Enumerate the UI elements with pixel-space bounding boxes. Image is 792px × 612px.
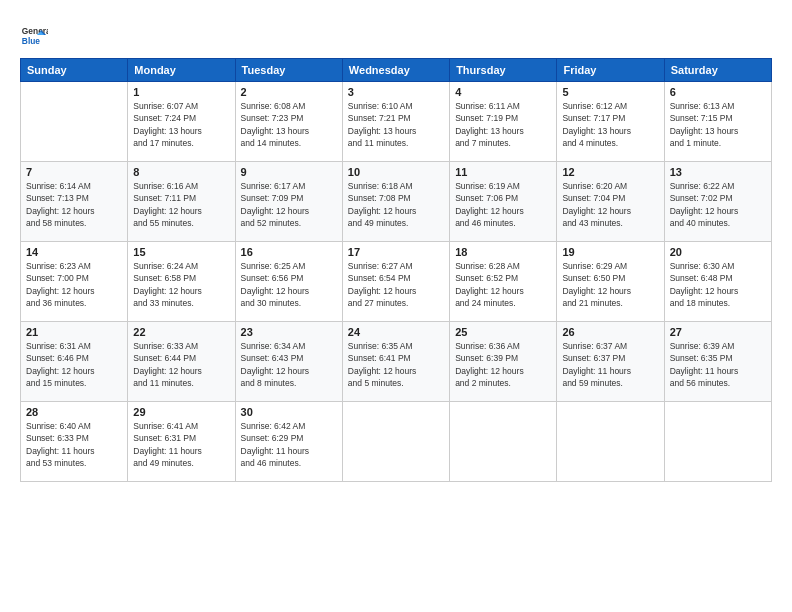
header-saturday: Saturday bbox=[664, 59, 771, 82]
day-number: 5 bbox=[562, 86, 658, 98]
header-wednesday: Wednesday bbox=[342, 59, 449, 82]
day-info: Sunrise: 6:37 AMSunset: 6:37 PMDaylight:… bbox=[562, 340, 658, 389]
day-info: Sunrise: 6:41 AMSunset: 6:31 PMDaylight:… bbox=[133, 420, 229, 469]
day-number: 16 bbox=[241, 246, 337, 258]
calendar-cell: 12Sunrise: 6:20 AMSunset: 7:04 PMDayligh… bbox=[557, 162, 664, 242]
calendar-cell: 7Sunrise: 6:14 AMSunset: 7:13 PMDaylight… bbox=[21, 162, 128, 242]
calendar-cell: 1Sunrise: 6:07 AMSunset: 7:24 PMDaylight… bbox=[128, 82, 235, 162]
day-info: Sunrise: 6:10 AMSunset: 7:21 PMDaylight:… bbox=[348, 100, 444, 149]
week-row-1: 1Sunrise: 6:07 AMSunset: 7:24 PMDaylight… bbox=[21, 82, 772, 162]
calendar-cell: 9Sunrise: 6:17 AMSunset: 7:09 PMDaylight… bbox=[235, 162, 342, 242]
day-number: 3 bbox=[348, 86, 444, 98]
day-number: 14 bbox=[26, 246, 122, 258]
day-info: Sunrise: 6:19 AMSunset: 7:06 PMDaylight:… bbox=[455, 180, 551, 229]
calendar-cell: 11Sunrise: 6:19 AMSunset: 7:06 PMDayligh… bbox=[450, 162, 557, 242]
day-number: 26 bbox=[562, 326, 658, 338]
day-info: Sunrise: 6:23 AMSunset: 7:00 PMDaylight:… bbox=[26, 260, 122, 309]
calendar-cell bbox=[342, 402, 449, 482]
calendar-cell: 22Sunrise: 6:33 AMSunset: 6:44 PMDayligh… bbox=[128, 322, 235, 402]
calendar-cell: 18Sunrise: 6:28 AMSunset: 6:52 PMDayligh… bbox=[450, 242, 557, 322]
calendar-cell: 8Sunrise: 6:16 AMSunset: 7:11 PMDaylight… bbox=[128, 162, 235, 242]
day-info: Sunrise: 6:16 AMSunset: 7:11 PMDaylight:… bbox=[133, 180, 229, 229]
day-number: 13 bbox=[670, 166, 766, 178]
header: General Blue bbox=[20, 18, 772, 50]
day-number: 27 bbox=[670, 326, 766, 338]
day-info: Sunrise: 6:17 AMSunset: 7:09 PMDaylight:… bbox=[241, 180, 337, 229]
calendar-cell: 2Sunrise: 6:08 AMSunset: 7:23 PMDaylight… bbox=[235, 82, 342, 162]
day-info: Sunrise: 6:22 AMSunset: 7:02 PMDaylight:… bbox=[670, 180, 766, 229]
calendar-cell: 19Sunrise: 6:29 AMSunset: 6:50 PMDayligh… bbox=[557, 242, 664, 322]
calendar-cell: 29Sunrise: 6:41 AMSunset: 6:31 PMDayligh… bbox=[128, 402, 235, 482]
calendar-header-row: SundayMondayTuesdayWednesdayThursdayFrid… bbox=[21, 59, 772, 82]
day-number: 17 bbox=[348, 246, 444, 258]
calendar-cell: 26Sunrise: 6:37 AMSunset: 6:37 PMDayligh… bbox=[557, 322, 664, 402]
day-number: 1 bbox=[133, 86, 229, 98]
calendar-cell bbox=[664, 402, 771, 482]
day-info: Sunrise: 6:18 AMSunset: 7:08 PMDaylight:… bbox=[348, 180, 444, 229]
day-info: Sunrise: 6:12 AMSunset: 7:17 PMDaylight:… bbox=[562, 100, 658, 149]
week-row-2: 7Sunrise: 6:14 AMSunset: 7:13 PMDaylight… bbox=[21, 162, 772, 242]
day-info: Sunrise: 6:34 AMSunset: 6:43 PMDaylight:… bbox=[241, 340, 337, 389]
logo: General Blue bbox=[20, 22, 52, 50]
week-row-3: 14Sunrise: 6:23 AMSunset: 7:00 PMDayligh… bbox=[21, 242, 772, 322]
day-number: 8 bbox=[133, 166, 229, 178]
calendar-cell: 27Sunrise: 6:39 AMSunset: 6:35 PMDayligh… bbox=[664, 322, 771, 402]
day-number: 28 bbox=[26, 406, 122, 418]
calendar-cell bbox=[557, 402, 664, 482]
calendar-cell: 17Sunrise: 6:27 AMSunset: 6:54 PMDayligh… bbox=[342, 242, 449, 322]
day-info: Sunrise: 6:11 AMSunset: 7:19 PMDaylight:… bbox=[455, 100, 551, 149]
calendar-cell: 13Sunrise: 6:22 AMSunset: 7:02 PMDayligh… bbox=[664, 162, 771, 242]
calendar-cell bbox=[450, 402, 557, 482]
day-info: Sunrise: 6:39 AMSunset: 6:35 PMDaylight:… bbox=[670, 340, 766, 389]
day-number: 11 bbox=[455, 166, 551, 178]
day-number: 23 bbox=[241, 326, 337, 338]
day-info: Sunrise: 6:35 AMSunset: 6:41 PMDaylight:… bbox=[348, 340, 444, 389]
calendar-cell: 3Sunrise: 6:10 AMSunset: 7:21 PMDaylight… bbox=[342, 82, 449, 162]
day-number: 22 bbox=[133, 326, 229, 338]
calendar-cell: 24Sunrise: 6:35 AMSunset: 6:41 PMDayligh… bbox=[342, 322, 449, 402]
day-number: 18 bbox=[455, 246, 551, 258]
day-number: 30 bbox=[241, 406, 337, 418]
day-info: Sunrise: 6:20 AMSunset: 7:04 PMDaylight:… bbox=[562, 180, 658, 229]
day-info: Sunrise: 6:36 AMSunset: 6:39 PMDaylight:… bbox=[455, 340, 551, 389]
calendar-cell: 14Sunrise: 6:23 AMSunset: 7:00 PMDayligh… bbox=[21, 242, 128, 322]
day-number: 4 bbox=[455, 86, 551, 98]
day-number: 15 bbox=[133, 246, 229, 258]
day-number: 10 bbox=[348, 166, 444, 178]
day-info: Sunrise: 6:42 AMSunset: 6:29 PMDaylight:… bbox=[241, 420, 337, 469]
calendar-cell: 30Sunrise: 6:42 AMSunset: 6:29 PMDayligh… bbox=[235, 402, 342, 482]
day-number: 9 bbox=[241, 166, 337, 178]
day-number: 12 bbox=[562, 166, 658, 178]
calendar-cell: 16Sunrise: 6:25 AMSunset: 6:56 PMDayligh… bbox=[235, 242, 342, 322]
day-info: Sunrise: 6:08 AMSunset: 7:23 PMDaylight:… bbox=[241, 100, 337, 149]
day-info: Sunrise: 6:07 AMSunset: 7:24 PMDaylight:… bbox=[133, 100, 229, 149]
calendar-cell: 5Sunrise: 6:12 AMSunset: 7:17 PMDaylight… bbox=[557, 82, 664, 162]
calendar-cell: 6Sunrise: 6:13 AMSunset: 7:15 PMDaylight… bbox=[664, 82, 771, 162]
calendar-cell: 21Sunrise: 6:31 AMSunset: 6:46 PMDayligh… bbox=[21, 322, 128, 402]
day-number: 20 bbox=[670, 246, 766, 258]
calendar-cell: 20Sunrise: 6:30 AMSunset: 6:48 PMDayligh… bbox=[664, 242, 771, 322]
day-number: 2 bbox=[241, 86, 337, 98]
day-number: 25 bbox=[455, 326, 551, 338]
week-row-4: 21Sunrise: 6:31 AMSunset: 6:46 PMDayligh… bbox=[21, 322, 772, 402]
calendar-cell bbox=[21, 82, 128, 162]
day-info: Sunrise: 6:28 AMSunset: 6:52 PMDaylight:… bbox=[455, 260, 551, 309]
header-monday: Monday bbox=[128, 59, 235, 82]
header-friday: Friday bbox=[557, 59, 664, 82]
day-number: 29 bbox=[133, 406, 229, 418]
day-info: Sunrise: 6:14 AMSunset: 7:13 PMDaylight:… bbox=[26, 180, 122, 229]
day-number: 24 bbox=[348, 326, 444, 338]
header-sunday: Sunday bbox=[21, 59, 128, 82]
calendar-cell: 4Sunrise: 6:11 AMSunset: 7:19 PMDaylight… bbox=[450, 82, 557, 162]
logo-icon: General Blue bbox=[20, 22, 48, 50]
day-info: Sunrise: 6:29 AMSunset: 6:50 PMDaylight:… bbox=[562, 260, 658, 309]
day-info: Sunrise: 6:25 AMSunset: 6:56 PMDaylight:… bbox=[241, 260, 337, 309]
svg-text:Blue: Blue bbox=[22, 36, 40, 46]
calendar-cell: 28Sunrise: 6:40 AMSunset: 6:33 PMDayligh… bbox=[21, 402, 128, 482]
day-info: Sunrise: 6:27 AMSunset: 6:54 PMDaylight:… bbox=[348, 260, 444, 309]
header-thursday: Thursday bbox=[450, 59, 557, 82]
day-info: Sunrise: 6:40 AMSunset: 6:33 PMDaylight:… bbox=[26, 420, 122, 469]
calendar-cell: 25Sunrise: 6:36 AMSunset: 6:39 PMDayligh… bbox=[450, 322, 557, 402]
page: General Blue SundayMondayTuesdayWednesda… bbox=[0, 0, 792, 612]
day-number: 19 bbox=[562, 246, 658, 258]
